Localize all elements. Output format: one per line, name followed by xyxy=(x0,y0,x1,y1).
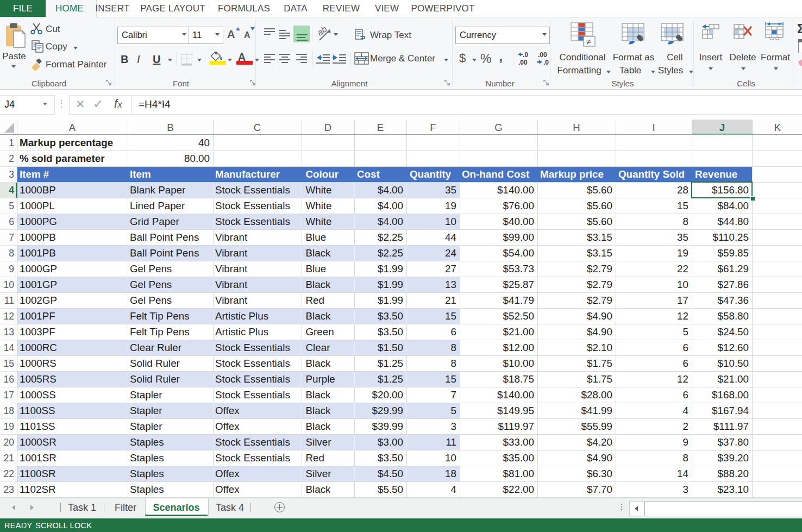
svg-text:≠: ≠ xyxy=(586,37,591,46)
svg-text:.0: .0 xyxy=(543,59,549,66)
svg-text:.00: .00 xyxy=(518,59,528,66)
svg-text:.00: .00 xyxy=(538,51,547,59)
svg-text:.0: .0 xyxy=(523,51,528,59)
